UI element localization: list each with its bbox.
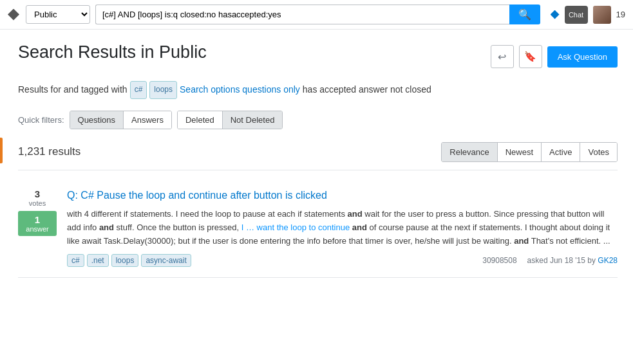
nav-chat-icon[interactable]: Chat — [565, 6, 588, 24]
bold-and-2: and — [99, 223, 114, 232]
search-wrapper: 🔍 — [95, 5, 540, 24]
search-button[interactable]: 🔍 — [509, 5, 540, 24]
sort-options: Relevance Newest Active Votes — [441, 142, 618, 162]
quick-filters: Quick filters: Questions Answers Deleted… — [18, 111, 618, 129]
header-actions: ↩ 🔖 Ask Question — [491, 45, 618, 68]
filter-answers[interactable]: Answers — [124, 111, 171, 129]
filter-group-1: Questions Answers — [70, 111, 172, 129]
votes-label: votes — [29, 199, 46, 207]
question-title[interactable]: Q: C# Pause the loop and continue after … — [67, 188, 618, 203]
question-body: Q: C# Pause the loop and continue after … — [67, 188, 618, 268]
q-tag-async-await[interactable]: async-await — [141, 254, 191, 267]
answer-count: 1 — [24, 214, 50, 225]
ask-question-button[interactable]: Ask Question — [547, 46, 618, 68]
sort-votes[interactable]: Votes — [580, 143, 617, 161]
bold-and-1: and — [348, 209, 363, 219]
sort-newest[interactable]: Newest — [498, 143, 542, 161]
vote-info: 3 votes 1 answer — [18, 188, 57, 268]
search-options-text: Search options questions only — [180, 82, 300, 98]
q-tag-loops[interactable]: loops — [111, 254, 139, 267]
nav-diamond-icon — [551, 10, 560, 19]
tag-c-sharp[interactable]: c# — [130, 81, 147, 99]
filter-questions[interactable]: Questions — [70, 111, 124, 129]
nav-rep: 19 — [616, 10, 625, 19]
bold-and-3: and — [352, 223, 367, 232]
filter-not-deleted[interactable]: Not Deleted — [223, 111, 283, 129]
question-tags: c# .net loops async-await — [67, 254, 191, 267]
sort-bar: 1,231 results Relevance Newest Active Vo… — [18, 142, 618, 170]
bookmark-button[interactable]: 🔖 — [519, 45, 542, 68]
q-tag-c-sharp[interactable]: c# — [67, 254, 84, 267]
question-id: 30908508 — [482, 256, 516, 265]
section-indicator — [0, 138, 3, 163]
site-select[interactable]: Public — [26, 5, 90, 24]
question-item: 3 votes 1 answer Q: C# Pause the loop an… — [18, 178, 618, 278]
quick-filters-label: Quick filters: — [18, 115, 64, 125]
page-header: Search Results in Public ↩ 🔖 Ask Questio… — [18, 42, 618, 68]
share-button[interactable]: ↩ — [491, 45, 514, 68]
asked-info: asked Jun 18 '15 by GK28 — [527, 256, 618, 265]
nav-logo — [8, 9, 19, 21]
asked-text: asked Jun 18 '15 by — [527, 256, 596, 265]
question-meta: c# .net loops async-await 30908508 asked… — [67, 254, 618, 267]
results-description: Results for and tagged with c# loops Sea… — [18, 81, 618, 99]
question-meta-right: 30908508 asked Jun 18 '15 by GK28 — [482, 256, 618, 265]
vote-count: 3 votes — [29, 188, 46, 207]
sort-active[interactable]: Active — [542, 143, 580, 161]
q-tag-net[interactable]: .net — [87, 254, 109, 267]
results-count: 1,231 results — [18, 145, 80, 158]
bold-and-4: and — [514, 236, 529, 246]
question-excerpt: with 4 different if statements. I need t… — [67, 208, 618, 248]
page-title: Search Results in Public — [18, 42, 207, 62]
top-nav: Public 🔍 Chat 19 — [0, 0, 633, 30]
nav-avatar[interactable] — [593, 6, 611, 24]
blue-text: I … want the loop to continue — [241, 223, 350, 232]
sort-relevance[interactable]: Relevance — [442, 143, 497, 161]
filter-deleted[interactable]: Deleted — [178, 111, 223, 129]
filter-group-2: Deleted Not Deleted — [177, 111, 283, 129]
results-suffix: has accepted answer not closed — [303, 82, 431, 98]
search-input[interactable] — [95, 5, 509, 24]
tag-loops[interactable]: loops — [149, 81, 177, 99]
answer-label: answer — [24, 225, 50, 233]
results-prefix: Results for and tagged with — [18, 82, 128, 98]
vote-number: 3 — [29, 188, 46, 199]
nav-right-icons: Chat 19 — [551, 6, 625, 24]
answer-badge: 1 answer — [18, 211, 57, 236]
asked-by-link[interactable]: GK28 — [598, 256, 618, 265]
main-content: Search Results in Public ↩ 🔖 Ask Questio… — [0, 30, 633, 291]
